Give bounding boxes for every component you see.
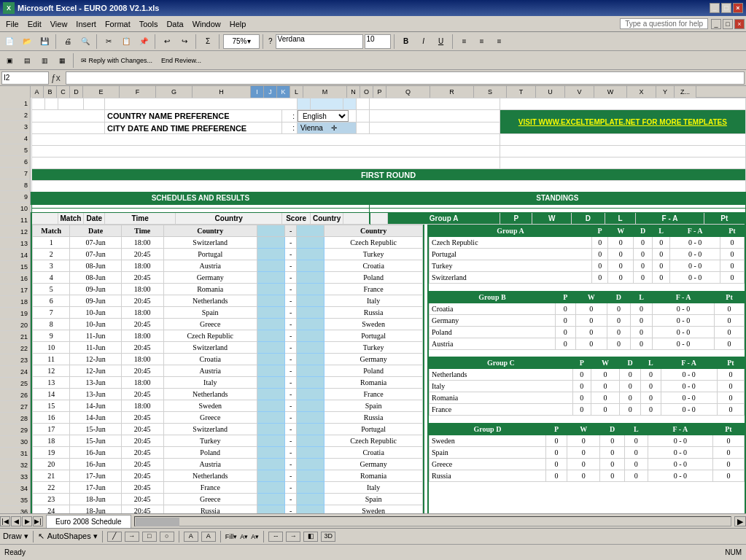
- match-country1[interactable]: Russia: [163, 505, 257, 514]
- match-num[interactable]: 18: [33, 435, 70, 447]
- match-country2[interactable]: Spain: [325, 494, 423, 505]
- match-date[interactable]: 17-Jun: [70, 482, 122, 494]
- match-country1[interactable]: Poland: [163, 447, 257, 459]
- team-pt[interactable]: 0: [717, 369, 744, 381]
- team-w[interactable]: 0: [591, 369, 619, 381]
- match-date[interactable]: 18-Jun: [70, 494, 122, 505]
- match-country1[interactable]: Croatia: [163, 354, 257, 365]
- match-time[interactable]: 20:45: [121, 435, 163, 447]
- team-l[interactable]: 0: [630, 326, 652, 338]
- team-d[interactable]: 0: [607, 303, 630, 314]
- team-p[interactable]: 0: [555, 326, 575, 338]
- team-name[interactable]: Austria: [430, 338, 556, 349]
- rn-8[interactable]: 8: [0, 179, 30, 191]
- match-country2[interactable]: Portugal: [325, 424, 423, 435]
- col-header-N[interactable]: N: [347, 86, 360, 98]
- tab-first-button[interactable]: |◀: [0, 516, 10, 526]
- col-header-T[interactable]: T: [507, 86, 536, 98]
- score-away[interactable]: [296, 412, 324, 424]
- team-l[interactable]: 0: [625, 458, 648, 470]
- match-date[interactable]: 07-Jun: [70, 237, 122, 249]
- match-time[interactable]: 20:45: [121, 365, 163, 377]
- align-center-button[interactable]: ≡: [474, 34, 490, 50]
- rn-7[interactable]: 7: [0, 168, 30, 179]
- team-name[interactable]: France: [430, 404, 573, 416]
- team-w[interactable]: 0: [591, 381, 619, 392]
- col-header-W[interactable]: W: [594, 86, 627, 98]
- team-pt[interactable]: 0: [713, 446, 745, 458]
- team-w[interactable]: 0: [608, 260, 634, 272]
- team-fa[interactable]: 0 - 0: [661, 369, 717, 381]
- score-away[interactable]: [296, 295, 324, 307]
- rn-22[interactable]: 22: [0, 343, 30, 354]
- rn-16[interactable]: 16: [0, 273, 30, 284]
- rn-24[interactable]: 24: [0, 366, 30, 378]
- rn-20[interactable]: 20: [0, 319, 30, 331]
- team-pt[interactable]: 0: [720, 237, 744, 249]
- team-p[interactable]: 0: [545, 470, 567, 481]
- cell-K1[interactable]: [343, 98, 357, 110]
- team-d[interactable]: 0: [620, 404, 641, 416]
- team-l[interactable]: 0: [625, 470, 648, 481]
- rn-2[interactable]: 2: [0, 109, 30, 121]
- score-away[interactable]: [296, 459, 324, 470]
- match-date[interactable]: 14-Jun: [70, 400, 122, 412]
- team-p[interactable]: 0: [591, 272, 607, 284]
- score-home[interactable]: [257, 459, 284, 470]
- team-w[interactable]: 0: [608, 237, 634, 249]
- score-home[interactable]: [257, 319, 284, 330]
- arrow-style-tool[interactable]: →: [286, 532, 300, 542]
- match-num[interactable]: 24: [33, 505, 70, 514]
- autoshapes-label[interactable]: AutoShapes ▾: [47, 532, 98, 541]
- match-date[interactable]: 07-Jun: [70, 249, 122, 260]
- undo-button[interactable]: ↩: [159, 34, 175, 50]
- match-country2[interactable]: Turkey: [325, 342, 423, 354]
- score-away[interactable]: [296, 342, 324, 354]
- match-country1[interactable]: Greece: [163, 412, 257, 424]
- col-header-D[interactable]: D: [70, 86, 83, 98]
- match-date[interactable]: 16-Jun: [70, 447, 122, 459]
- menu-insert[interactable]: Insert: [71, 18, 101, 30]
- score-home[interactable]: [257, 400, 284, 412]
- align-right-button[interactable]: ≡: [491, 34, 508, 50]
- preview-button[interactable]: 🔍: [77, 34, 93, 50]
- cut-button[interactable]: ✂: [101, 34, 117, 50]
- close-button[interactable]: ×: [733, 3, 743, 13]
- team-name[interactable]: Portugal: [430, 249, 592, 260]
- rn-23[interactable]: 23: [0, 354, 30, 366]
- rn-33[interactable]: 33: [0, 471, 30, 483]
- format-btn3[interactable]: ▥: [36, 52, 53, 69]
- shadow-tool[interactable]: ◧: [303, 532, 318, 542]
- cell-A1[interactable]: [31, 98, 44, 110]
- rn-5[interactable]: 5: [0, 144, 30, 156]
- team-name[interactable]: Poland: [430, 326, 556, 338]
- score-home[interactable]: [257, 249, 284, 260]
- team-fa[interactable]: 0 - 0: [661, 392, 717, 404]
- team-p[interactable]: 0: [545, 458, 567, 470]
- match-country1[interactable]: Netherlands: [163, 470, 257, 482]
- team-name[interactable]: Switzerland: [430, 272, 592, 284]
- match-country2[interactable]: Croatia: [325, 447, 423, 459]
- match-country1[interactable]: Netherlands: [163, 389, 257, 400]
- match-time[interactable]: 18:00: [121, 307, 163, 319]
- team-l[interactable]: 0: [641, 392, 661, 404]
- match-country1[interactable]: Turkey: [163, 435, 257, 447]
- menu-tools[interactable]: Tools: [135, 18, 163, 30]
- col-header-J[interactable]: J: [264, 86, 277, 98]
- match-time[interactable]: 18:00: [121, 377, 163, 389]
- scroll-thumb[interactable]: [136, 518, 179, 526]
- minimize-button[interactable]: _: [710, 3, 720, 13]
- match-country1[interactable]: Portugal: [163, 249, 257, 260]
- match-num[interactable]: 6: [33, 295, 70, 307]
- match-country1[interactable]: Italy: [163, 377, 257, 389]
- col-header-G[interactable]: G: [156, 86, 193, 98]
- score-home[interactable]: [257, 272, 284, 284]
- menu-help[interactable]: Help: [225, 18, 251, 30]
- match-time[interactable]: 18:00: [121, 284, 163, 295]
- cell-M1[interactable]: [370, 98, 500, 110]
- match-time[interactable]: 18:00: [121, 354, 163, 365]
- maximize-button[interactable]: □: [721, 3, 731, 13]
- team-d[interactable]: 0: [600, 446, 625, 458]
- 3d-tool[interactable]: 3D: [321, 532, 335, 542]
- match-country2[interactable]: France: [325, 284, 423, 295]
